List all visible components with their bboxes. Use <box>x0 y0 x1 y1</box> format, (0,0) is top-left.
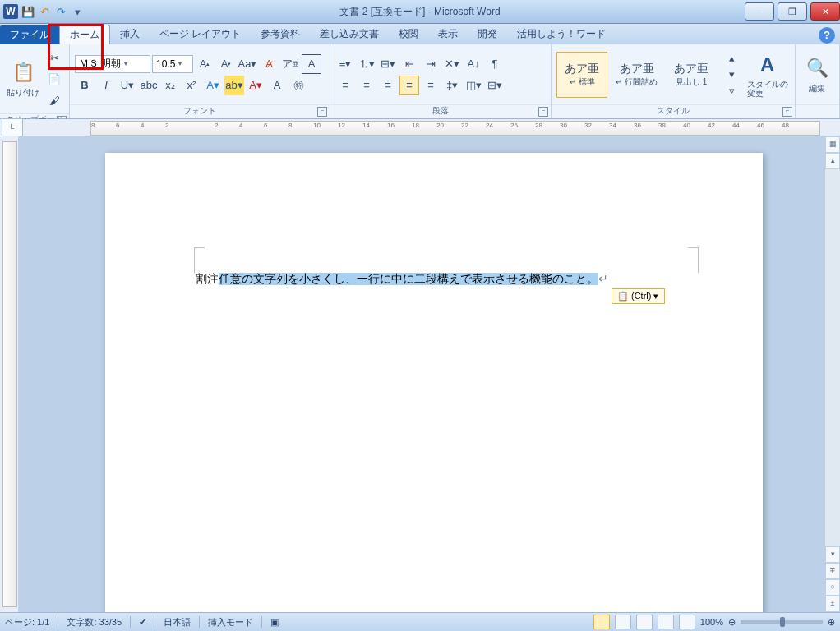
help-icon[interactable]: ? <box>819 27 835 44</box>
tab-layout[interactable]: ページ レイアウト <box>150 25 251 44</box>
zoom-slider[interactable] <box>741 620 823 624</box>
style-nospace[interactable]: あア亜↵ 行間詰め <box>611 52 662 98</box>
undo-icon[interactable]: ↶ <box>38 5 51 18</box>
copy-button[interactable]: 📄 <box>44 69 64 89</box>
shading-button[interactable]: ◫▾ <box>464 76 483 95</box>
tab-home[interactable]: ホーム <box>59 25 110 44</box>
cut-button[interactable]: ✂ <box>44 48 64 67</box>
vertical-scrollbar[interactable]: ▦ ▴ ▾ ∓ ○ ± <box>824 136 840 612</box>
sort-button[interactable]: A↓ <box>464 54 483 74</box>
grow-font-button[interactable]: A▴ <box>195 54 215 74</box>
zoom-out-button[interactable]: ⊖ <box>728 617 736 628</box>
style-normal[interactable]: あア亜↵ 標準 <box>556 52 607 98</box>
scroll-up-button[interactable]: ▴ <box>825 153 840 169</box>
ruler-toggle-icon[interactable]: ▦ <box>825 136 840 153</box>
zoom-in-button[interactable]: ⊕ <box>828 617 835 628</box>
view-fullscreen[interactable] <box>615 615 631 629</box>
tab-file[interactable]: ファイル <box>0 25 59 44</box>
underline-button[interactable]: U▾ <box>118 76 137 95</box>
character-shading-button[interactable]: A <box>267 76 287 95</box>
distribute-button[interactable]: ≡ <box>421 76 441 95</box>
vertical-ruler[interactable] <box>0 136 18 612</box>
close-button[interactable]: ✕ <box>810 2 840 21</box>
multilevel-list-button[interactable]: ⊟▾ <box>378 54 398 74</box>
align-center-button[interactable]: ≡ <box>357 76 376 95</box>
tab-addon[interactable]: 活用しよう！ワード <box>507 25 616 44</box>
edit-button[interactable]: 🔍編集 <box>801 55 833 94</box>
strikethrough-button[interactable]: abc <box>139 76 159 95</box>
paragraph-dialog-launcher[interactable]: ⌐ <box>538 107 548 117</box>
styles-scroll-down[interactable]: ▾ <box>722 67 741 82</box>
save-icon[interactable]: 💾 <box>21 5 35 18</box>
format-painter-button[interactable]: 🖌 <box>44 90 64 110</box>
number-list-button[interactable]: ⒈▾ <box>357 54 376 74</box>
asian-layout-button[interactable]: ✕▾ <box>442 54 462 74</box>
bold-button[interactable]: B <box>75 76 95 95</box>
style-heading1[interactable]: あア亜見出し 1 <box>666 52 717 98</box>
align-left-button[interactable]: ≡ <box>335 76 355 95</box>
line-spacing-button[interactable]: ‡▾ <box>442 76 462 95</box>
justify-button[interactable]: ≡ <box>399 76 419 95</box>
clear-format-button[interactable]: A̷ <box>259 54 279 74</box>
change-case-button[interactable]: Aa▾ <box>238 54 257 74</box>
border-button[interactable]: ⊞▾ <box>485 76 505 95</box>
decrease-indent-button[interactable]: ⇤ <box>399 54 419 74</box>
view-web[interactable] <box>636 615 653 629</box>
bullet-list-button[interactable]: ≡▾ <box>335 54 355 74</box>
view-outline[interactable] <box>658 615 674 629</box>
status-language[interactable]: 日本語 <box>164 616 191 629</box>
document-canvas[interactable]: 割注任意の文字列を小さくし、一行に中に二段構えで表示させる機能のこと。↵ 📋(C… <box>18 136 824 612</box>
tab-mailmerge[interactable]: 差し込み文書 <box>310 25 389 44</box>
tab-view[interactable]: 表示 <box>428 25 468 44</box>
italic-button[interactable]: I <box>96 76 116 95</box>
text-effects-button[interactable]: A▾ <box>203 76 223 95</box>
font-dialog-launcher[interactable]: ⌐ <box>317 107 327 117</box>
align-right-button[interactable]: ≡ <box>378 76 398 95</box>
styles-scroll-up[interactable]: ▴ <box>722 51 741 66</box>
paste-options-button[interactable]: 📋(Ctrl) ▾ <box>612 288 665 304</box>
minimize-button[interactable]: ─ <box>745 2 774 21</box>
paste-button[interactable]: 📋 貼り付け <box>5 59 41 99</box>
tab-developer[interactable]: 開発 <box>468 25 507 44</box>
enclose-chars-button[interactable]: ㊕ <box>288 76 308 95</box>
show-marks-button[interactable]: ¶ <box>485 54 505 74</box>
qat-more-icon[interactable]: ▾ <box>71 5 84 18</box>
document-content[interactable]: 割注任意の文字列を小さくし、一行に中に二段構えで表示させる機能のこと。↵ <box>196 272 697 287</box>
font-color-button[interactable]: A▾ <box>246 76 265 95</box>
character-border-button[interactable]: A <box>302 54 321 74</box>
scroll-down-button[interactable]: ▾ <box>825 546 840 563</box>
status-macro-icon[interactable]: ▣ <box>270 617 279 628</box>
font-name-combo[interactable]: ＭＳ 明朝▾ <box>75 55 150 73</box>
styles-dialog-launcher[interactable]: ⌐ <box>782 107 792 117</box>
view-draft[interactable] <box>679 615 695 629</box>
highlight-button[interactable]: ab▾ <box>224 76 244 95</box>
change-styles-button[interactable]: Aスタイルの 変更 <box>745 52 790 98</box>
browse-object-button[interactable]: ○ <box>825 579 840 596</box>
text-selection[interactable]: 任意の文字列を小さくし、一行に中に二段構えで表示させる機能のこと。 <box>219 273 598 285</box>
tab-reference[interactable]: 参考資料 <box>251 25 310 44</box>
maximize-button[interactable]: ❐ <box>778 2 807 21</box>
tab-review[interactable]: 校閲 <box>389 25 428 44</box>
increase-indent-button[interactable]: ⇥ <box>421 54 441 74</box>
ruler-corner[interactable]: L <box>2 118 23 136</box>
next-page-button[interactable]: ± <box>825 596 840 612</box>
superscript-button[interactable]: x² <box>182 76 201 95</box>
zoom-thumb[interactable] <box>780 617 785 627</box>
prev-page-button[interactable]: ∓ <box>825 563 840 579</box>
text-prefix[interactable]: 割注 <box>196 273 219 285</box>
styles-expand[interactable]: ▿ <box>722 84 741 99</box>
subscript-button[interactable]: x₂ <box>160 76 180 95</box>
status-words[interactable]: 文字数: 33/35 <box>67 616 122 629</box>
phonetic-guide-button[interactable]: ア亜 <box>280 54 300 74</box>
scroll-track[interactable] <box>825 169 840 546</box>
status-page[interactable]: ページ: 1/1 <box>5 616 49 629</box>
font-size-combo[interactable]: 10.5▾ <box>152 55 193 73</box>
status-mode[interactable]: 挿入モード <box>208 616 253 629</box>
shrink-font-button[interactable]: A▾ <box>216 54 236 74</box>
tab-insert[interactable]: 挿入 <box>110 25 150 44</box>
view-print-layout[interactable] <box>593 615 610 629</box>
horizontal-ruler[interactable]: 8642246810121416182022242628303234363840… <box>90 121 820 136</box>
redo-icon[interactable]: ↷ <box>54 5 67 18</box>
zoom-level[interactable]: 100% <box>700 617 723 627</box>
status-proofing-icon[interactable]: ✔ <box>139 617 146 628</box>
